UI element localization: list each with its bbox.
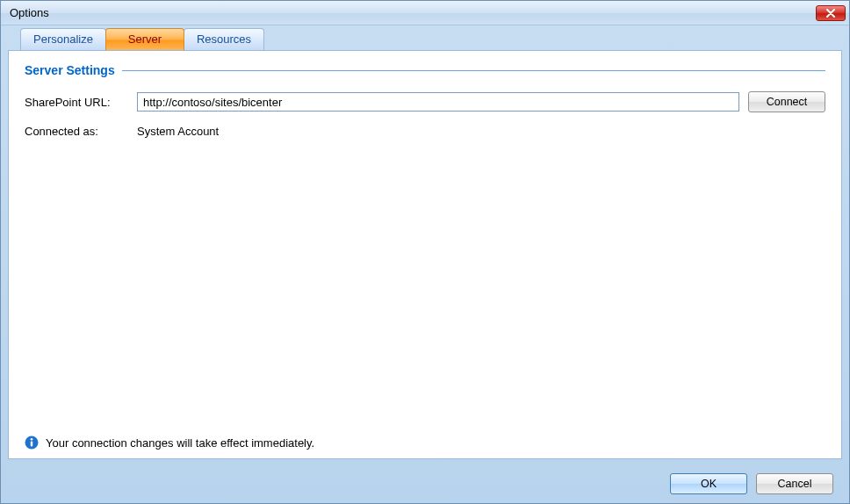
window-title: Options: [10, 6, 816, 19]
tabstrip: Personalize Server Resources: [1, 25, 849, 50]
cancel-button[interactable]: Cancel: [756, 473, 833, 494]
dialog-footer: OK Cancel: [1, 464, 849, 503]
options-dialog: Options Personalize Server Resources Ser…: [0, 0, 850, 504]
row-connected-as: Connected as: System Account: [25, 125, 825, 138]
connect-button[interactable]: Connect: [748, 91, 825, 112]
close-button[interactable]: [816, 5, 846, 21]
group-title: Server Settings: [25, 63, 122, 77]
svg-rect-2: [31, 442, 32, 447]
sharepoint-url-label: SharePoint URL:: [25, 96, 137, 109]
connected-as-label: Connected as:: [25, 125, 137, 138]
tab-personalize[interactable]: Personalize: [20, 28, 106, 50]
tab-resources[interactable]: Resources: [184, 28, 264, 50]
ok-button[interactable]: OK: [670, 473, 747, 494]
tab-server[interactable]: Server: [105, 28, 184, 50]
sharepoint-url-input[interactable]: [137, 92, 739, 112]
group-header: Server Settings: [25, 63, 825, 77]
connected-as-value: System Account: [137, 125, 219, 138]
tab-content-server: Server Settings SharePoint URL: Connect …: [8, 50, 842, 459]
info-text: Your connection changes will take effect…: [46, 436, 314, 450]
group-divider: [122, 70, 825, 71]
info-row: Your connection changes will take effect…: [25, 427, 825, 450]
info-icon: [25, 436, 39, 450]
content-spacer: [25, 150, 825, 427]
close-icon: [825, 9, 836, 18]
titlebar: Options: [1, 1, 849, 25]
row-sharepoint-url: SharePoint URL: Connect: [25, 91, 825, 112]
svg-point-1: [31, 438, 33, 441]
